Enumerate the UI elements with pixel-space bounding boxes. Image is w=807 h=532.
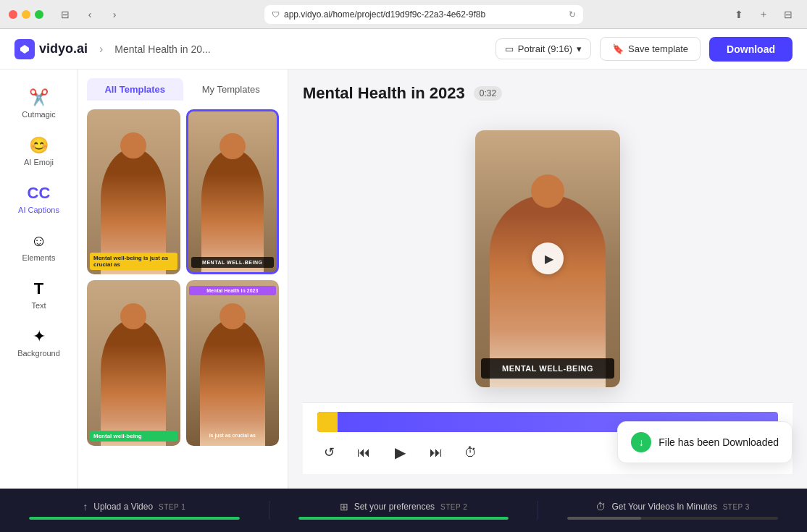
portrait-selector-button[interactable]: ▭ Potrait (9:16) ▾ [496, 38, 591, 59]
person-head-2 [219, 133, 246, 159]
sidebar-item-label-ai-captions: AI Captions [18, 206, 59, 214]
sidebar-item-cutmagic[interactable]: ✂️ Cutmagic [7, 81, 72, 126]
sidebar-item-ai-captions[interactable]: CC AI Captions [7, 177, 72, 221]
breadcrumb-separator: › [99, 43, 103, 56]
person-head-4 [219, 303, 246, 329]
template-card-3[interactable]: Mental well-being [87, 280, 180, 445]
url-text: app.vidyo.ai/home/project/d19d9f9c-22a3-… [284, 9, 485, 20]
security-icon: 🛡 [272, 10, 280, 19]
play-button[interactable]: ▶ [532, 242, 564, 274]
bottom-step-1: ↑ Upload a Video STEP 1 [0, 501, 269, 520]
toast-notification: ↓ File has been Downloaded [617, 421, 793, 463]
cutmagic-icon: ✂️ [29, 88, 49, 107]
templates-tabs: All Templates My Templates [78, 69, 288, 101]
step-3-label: Get Your Videos In Minutes [611, 502, 716, 512]
reload-icon[interactable]: ↻ [569, 9, 576, 20]
template-caption-2: MENTAL WELL-BEING [191, 257, 275, 268]
sidebar-item-label-text: Text [31, 301, 46, 310]
breadcrumb-project: Mental Health in 20... [114, 43, 210, 55]
chevron-down-icon: ▾ [577, 43, 582, 54]
template-card-2[interactable]: MENTAL WELL-BEING [186, 109, 280, 274]
step-2-progress-fill [298, 517, 509, 520]
preview-person [475, 169, 620, 387]
toast-message: File has been Downloaded [658, 436, 779, 448]
upload-icon: ↑ [83, 501, 88, 512]
video-preview[interactable]: MENTAL WELL-BEING ▶ [475, 130, 620, 387]
template-top-label-4: Mental Health in 2023 [189, 286, 277, 295]
template-caption-4: is just as crucial as [189, 431, 277, 440]
sidebar-toggle-button[interactable]: ⊟ [55, 4, 75, 25]
maximize-button[interactable] [35, 10, 43, 19]
bookmark-icon: 🔖 [612, 43, 624, 54]
template-caption-1: Mental well-being is just as crucial as [90, 253, 177, 270]
step-2-progress [298, 517, 509, 520]
step-3-content: ⏱ Get Your Videos In Minutes STEP 3 [595, 501, 750, 512]
tab-all-templates[interactable]: All Templates [87, 78, 183, 101]
download-button[interactable]: Download [709, 37, 793, 62]
step-3-num: STEP 3 [723, 503, 750, 511]
tab-overview-button[interactable]: ⊟ [778, 4, 798, 25]
template-card-4[interactable]: Mental Health in 2023 is just as crucial… [186, 280, 280, 445]
play-pause-button[interactable]: ▶ [387, 439, 413, 465]
timeline-marker [317, 412, 338, 432]
left-sidebar: ✂️ Cutmagic 😊 AI Emoji CC AI Captions ☺ … [0, 69, 78, 489]
minimize-button[interactable] [22, 10, 30, 19]
person-head-3 [120, 303, 146, 329]
logo-text: vidyo.ai [39, 41, 88, 56]
preview-person-head [531, 174, 564, 208]
template-card-1[interactable]: Mental well-being is just as crucial as [87, 109, 180, 274]
forward-button[interactable]: › [104, 4, 125, 25]
template-caption-3: Mental well-being [90, 431, 177, 442]
preview-title: Mental Health in 2023 [303, 84, 465, 103]
logo-icon [14, 39, 35, 59]
step-2-content: ⊞ Set your preferences STEP 2 [340, 501, 468, 512]
sidebar-item-elements[interactable]: ☺ Elements [7, 224, 72, 269]
address-bar[interactable]: 🛡 app.vidyo.ai/home/project/d19d9f9c-22a… [264, 5, 583, 24]
template-person-4 [186, 305, 280, 446]
step-1-label: Upload a Video [93, 502, 153, 512]
step-1-content: ↑ Upload a Video STEP 1 [83, 501, 185, 512]
step-3-progress-fill [567, 517, 641, 520]
videos-icon: ⏱ [595, 501, 606, 512]
person-shape-4 [200, 319, 265, 446]
ai-emoji-icon: 😊 [29, 136, 49, 155]
bottom-step-3: ⏱ Get Your Videos In Minutes STEP 3 [538, 501, 807, 520]
sidebar-item-background[interactable]: ✦ Background [7, 320, 72, 365]
video-container: MENTAL WELL-BEING ▶ [303, 114, 793, 402]
sidebar-item-text[interactable]: T Text [7, 272, 72, 317]
person-shape-2 [201, 149, 264, 272]
preview-caption-overlay: MENTAL WELL-BEING [481, 358, 614, 379]
portrait-label: Potrait (9:16) [518, 43, 572, 54]
templates-panel: All Templates My Templates Mental well-b… [78, 69, 288, 489]
sidebar-item-label-cutmagic: Cutmagic [22, 110, 55, 119]
rewind-button[interactable]: ⏮ [352, 441, 375, 464]
bottom-bar: ↑ Upload a Video STEP 1 ⊞ Set your prefe… [0, 489, 807, 532]
save-template-button[interactable]: 🔖 Save template [600, 37, 701, 61]
traffic-lights [9, 10, 43, 19]
sidebar-item-ai-emoji[interactable]: 😊 AI Emoji [7, 129, 72, 174]
new-tab-button[interactable]: ＋ [753, 4, 774, 25]
duration-badge: 0:32 [474, 86, 502, 101]
browser-actions: ⬆ ＋ ⊟ [729, 4, 798, 25]
step-2-num: STEP 2 [440, 503, 467, 511]
toast-icon: ↓ [631, 432, 651, 452]
person-shape-3 [101, 319, 166, 446]
step-1-num: STEP 1 [159, 503, 185, 511]
sidebar-item-label-background: Background [17, 349, 60, 358]
top-nav: vidyo.ai › Mental Health in 20... ▭ Potr… [0, 29, 807, 69]
play-icon: ▶ [545, 252, 553, 266]
step-2-label: Set your preferences [354, 502, 435, 512]
step-3-progress [567, 517, 778, 520]
background-icon: ✦ [33, 327, 46, 346]
elements-icon: ☺ [30, 232, 46, 250]
close-button[interactable] [9, 10, 17, 19]
fast-forward-button[interactable]: ⏭ [425, 441, 448, 464]
share-button[interactable]: ⬆ [729, 4, 749, 25]
templates-grid: Mental well-being is just as crucial as … [78, 101, 288, 455]
template-person-2 [188, 135, 277, 272]
timer-button[interactable]: ⏱ [459, 441, 482, 464]
back-button[interactable]: ‹ [80, 4, 100, 25]
replay-button[interactable]: ↺ [317, 441, 340, 464]
download-check-icon: ↓ [639, 436, 644, 448]
tab-my-templates[interactable]: My Templates [183, 78, 280, 101]
